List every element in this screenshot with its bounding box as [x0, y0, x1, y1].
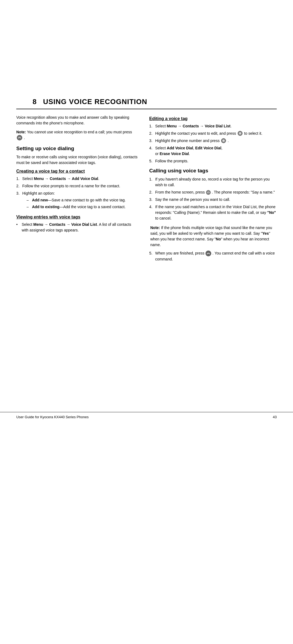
chapter-heading-area: 8 Using Voice Recognition — [16, 92, 277, 109]
calling-voice-tags-heading: Calling using voice tags — [149, 168, 277, 174]
sub-item-content: Add to existing—Add the voice tag to a s… — [32, 204, 126, 210]
list-item: 4. Select Add Voice Dial, Edit Voice Dia… — [149, 145, 277, 157]
bullet-content: Select Menu → Contacts → Voice Dial List… — [22, 222, 138, 233]
chapter-number: 8 — [33, 98, 36, 106]
add-voice-dial-bold: Add Voice Dial — [72, 176, 98, 181]
svg-point-4 — [222, 140, 225, 142]
setting-up-heading: Setting up voice dialing — [16, 146, 138, 152]
voice-dialing-intro: To make or receive calls using voice rec… — [16, 154, 138, 166]
step-number: 4. — [149, 145, 154, 151]
select-icon-svg — [238, 131, 243, 136]
no-bold2: No — [216, 237, 221, 241]
sub-options-list: – Add new—Save a new contact to go with … — [27, 197, 138, 210]
sub-item-content: Add new—Save a new contact to go with th… — [32, 197, 126, 203]
bottom-whitespace — [0, 271, 293, 488]
step-number: 3. — [149, 138, 154, 144]
end-icon-calling — [205, 250, 211, 256]
erase-voice-dial-bold: Erase Voice Dial — [160, 152, 189, 156]
list-item: 3. Highlight the phone number and press … — [149, 138, 277, 144]
phone-icon-svg — [206, 190, 211, 195]
step-content: Select Add Voice Dial, Edit Voice Dial, … — [155, 145, 277, 157]
step-number: 2. — [16, 183, 21, 189]
list-item: 3. Say the name of the person you want t… — [149, 197, 277, 202]
page-footer: User Guide for Kyocera KX440 Series Phon… — [0, 412, 293, 422]
step-content: Highlight an option: – Add new—Save a ne… — [22, 191, 138, 211]
dash: – — [27, 197, 30, 203]
sub-list-item: – Add to existing—Add the voice tag to a… — [27, 204, 138, 210]
intro-paragraph: Voice recognition allows you to make and… — [16, 115, 138, 126]
left-column: Voice recognition allows you to make and… — [16, 115, 146, 266]
step-content: When you are finished, press . You canno… — [155, 250, 277, 262]
note-label: Note: — [16, 130, 26, 134]
select-icon2 — [221, 138, 226, 143]
menu-bold2: Menu — [33, 222, 43, 227]
step-number: 4. — [149, 204, 154, 210]
select-icon2-svg — [221, 138, 226, 143]
step-number: 1. — [149, 176, 154, 182]
step-content: Highlight the contact you want to edit, … — [155, 131, 277, 136]
step-content: Follow the voice prompts to record a nam… — [22, 183, 138, 189]
calling-steps-list: 1. If you haven't already done so, recor… — [149, 176, 277, 221]
step-content: Say the name of the person you want to c… — [155, 197, 277, 202]
list-item: 1. If you haven't already done so, recor… — [149, 176, 277, 188]
add-voice-dial-bold2: Add Voice Dial — [167, 146, 193, 150]
step-content: Follow the prompts. — [155, 158, 277, 164]
content-area: Voice recognition allows you to make and… — [0, 109, 293, 271]
editing-steps-list: 1. Select Menu → Contacts → Voice Dial L… — [149, 123, 277, 164]
step-content: If you haven't already done so, record a… — [155, 176, 277, 188]
list-item: 1. Select Menu → Contacts → Add Voice Di… — [16, 176, 138, 182]
list-item: 3. Highlight an option: – Add new—Save a… — [16, 191, 138, 211]
list-item: 2. Highlight the contact you want to edi… — [149, 131, 277, 136]
end-icon-svg — [17, 135, 22, 140]
step-number: 5. — [149, 158, 154, 164]
creating-steps-list: 1. Select Menu → Contacts → Add Voice Di… — [16, 176, 138, 211]
footer-page-number: 43 — [273, 415, 277, 419]
step-content: If the name you said matches a contact i… — [155, 204, 277, 221]
voice-dial-list-bold2: Voice Dial List — [205, 124, 231, 128]
note-end: . — [24, 136, 25, 140]
step-number: 5. — [149, 250, 154, 256]
list-item: 5. Follow the prompts. — [149, 158, 277, 164]
bullet-char: • — [16, 222, 20, 227]
list-item: 1. Select Menu → Contacts → Voice Dial L… — [149, 123, 277, 129]
step-number: 2. — [149, 131, 154, 136]
bullet-item: • Select Menu → Contacts → Voice Dial Li… — [16, 222, 138, 233]
end-call-icon — [17, 135, 22, 140]
select-icon — [238, 131, 243, 136]
viewing-entries-list: • Select Menu → Contacts → Voice Dial Li… — [16, 222, 138, 233]
add-new-bold: Add new — [32, 198, 48, 202]
phone-icon-calling — [206, 190, 211, 195]
page-container: 8 Using Voice Recognition Voice recognit… — [0, 0, 293, 644]
note-label2: Note: — [150, 226, 160, 230]
calling-note-content: If the phone finds multiple voice tags t… — [150, 226, 272, 247]
yes-bold: Yes — [262, 231, 269, 236]
step-content: From the home screen, press . The phone … — [155, 189, 277, 195]
svg-point-2 — [239, 132, 241, 134]
end-icon-calling-svg — [205, 250, 211, 256]
contacts-bold: Contacts — [50, 176, 66, 181]
note-content: You cannot use voice recognition to end … — [27, 130, 132, 134]
footer-left-text: User Guide for Kyocera KX440 Series Phon… — [16, 415, 89, 419]
menu-bold: Menu — [34, 176, 44, 181]
svg-point-6 — [206, 251, 211, 256]
add-existing-bold: Add to existing — [32, 205, 59, 209]
step-content: Highlight the phone number and press . — [155, 138, 277, 144]
step-content: Select Menu → Contacts → Voice Dial List… — [155, 123, 277, 129]
step-number: 3. — [16, 191, 21, 196]
viewing-entries-heading: Viewing entries with voice tags — [16, 215, 138, 220]
sub-list-item: – Add new—Save a new contact to go with … — [27, 197, 138, 203]
svg-point-5 — [206, 190, 211, 195]
creating-voice-tag-heading: Creating a voice tag for a contact — [16, 169, 138, 174]
menu-bold3: Menu — [167, 124, 177, 128]
calling-steps-list2: 5. When you are finished, press . You ca… — [149, 250, 277, 262]
step-content: Select Menu → Contacts → Add Voice Dial. — [22, 176, 138, 182]
svg-point-0 — [17, 135, 22, 140]
contacts-bold2: Contacts — [49, 222, 65, 227]
contacts-bold3: Contacts — [183, 124, 199, 128]
calling-note-paragraph: Note: If the phone finds multiple voice … — [150, 225, 277, 248]
top-whitespace — [0, 0, 293, 92]
step-number: 3. — [149, 197, 154, 202]
chapter-title: Using Voice Recognition — [43, 98, 147, 106]
step-number: 2. — [149, 189, 154, 195]
step-number: 1. — [149, 123, 154, 129]
